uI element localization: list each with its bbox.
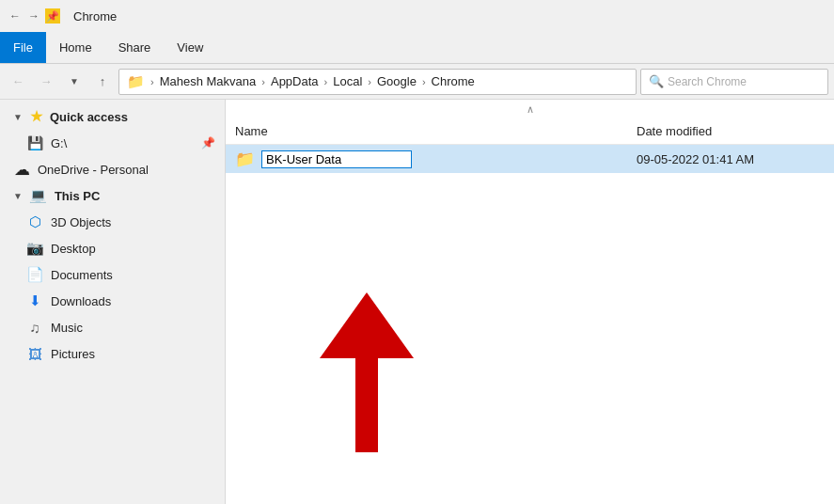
content-area: ∧ Name Date modified 📁 09-05-2022 01:41 … [226,100,834,504]
back-icon: ← [8,8,23,24]
menu-bar: File Home Share View [0,32,834,64]
search-placeholder: Search Chrome [668,75,747,88]
main-layout: ▼ ★ Quick access 💾 G:\ 📌 ☁ OneDrive - Pe… [0,100,834,504]
forward-button[interactable]: → [34,70,58,94]
3d-objects-label: 3D Objects [51,215,111,229]
breadcrumb-google[interactable]: Google [377,74,417,88]
search-icon: 🔍 [649,74,664,88]
back-button[interactable]: ← [6,70,30,94]
computer-icon: 💻 [30,187,47,204]
sidebar-item-downloads[interactable]: ⬇ Downloads [0,288,225,314]
sidebar-item-3d-objects[interactable]: ⬡ 3D Objects [0,209,225,235]
forward-icon: → [26,8,41,24]
chevron-this-pc-icon: ▼ [13,191,23,201]
sidebar: ▼ ★ Quick access 💾 G:\ 📌 ☁ OneDrive - Pe… [0,100,226,504]
menu-file[interactable]: File [0,32,46,63]
onedrive-label: OneDrive - Personal [38,163,149,177]
sidebar-item-music[interactable]: ♫ Music [0,314,225,340]
3dobjects-icon: ⬡ [26,213,43,230]
folder-icon: 📁 [235,150,254,168]
nav-bar: ← → ▼ ↑ 📁 › Mahesh Makvana › AppData › L… [0,64,834,100]
breadcrumb-mahesh[interactable]: Mahesh Makvana [160,74,257,88]
pin-icon: 📌 [45,8,60,24]
dropdown-button[interactable]: ▼ [62,70,87,94]
sidebar-item-pictures[interactable]: 🖼 Pictures [0,340,225,367]
drive-icon: 💾 [26,134,43,151]
star-icon: ★ [30,108,42,125]
title-bar-icons: ← → 📌 [8,8,60,24]
this-pc-label: This PC [55,189,100,203]
onedrive-icon: ☁ [13,161,30,178]
window-title: Chrome [73,9,117,24]
breadcrumb-local[interactable]: Local [333,74,362,88]
sidebar-item-onedrive[interactable]: ☁ OneDrive - Personal [0,156,225,182]
documents-label: Documents [51,268,113,282]
desktop-label: Desktop [51,242,96,256]
column-date-header[interactable]: Date modified [637,122,825,140]
chevron-icon: ▼ [13,112,23,122]
scroll-up-indicator[interactable]: ∧ [226,100,834,118]
up-button[interactable]: ↑ [90,70,115,94]
quick-access-label: Quick access [50,110,128,124]
breadcrumb-chrome[interactable]: Chrome [432,74,475,88]
file-date: 09-05-2022 01:41 AM [637,152,825,166]
search-bar[interactable]: 🔍 Search Chrome [640,69,828,95]
table-row[interactable]: 📁 09-05-2022 01:41 AM [226,145,834,173]
pictures-icon: 🖼 [26,345,43,362]
sidebar-item-this-pc[interactable]: ▼ 💻 This PC [0,182,225,209]
documents-icon: 📄 [26,266,43,283]
downloads-icon: ⬇ [26,292,43,309]
pin-icon: 📌 [201,136,215,150]
desktop-icon: 📷 [26,240,43,257]
sidebar-item-g-drive[interactable]: 💾 G:\ 📌 [0,130,225,156]
menu-home[interactable]: Home [46,32,105,63]
menu-share[interactable]: Share [105,32,165,63]
rename-input[interactable] [261,150,412,168]
music-icon: ♫ [26,319,43,336]
menu-view[interactable]: View [164,32,216,63]
sidebar-item-desktop[interactable]: 📷 Desktop [0,235,225,261]
downloads-label: Downloads [51,294,111,308]
file-name-rename[interactable] [261,150,629,168]
address-bar[interactable]: 📁 › Mahesh Makvana › AppData › Local › G… [118,69,637,95]
sidebar-item-documents[interactable]: 📄 Documents [0,261,225,288]
g-drive-label: G:\ [51,136,67,150]
column-name-header[interactable]: Name [235,122,637,140]
content-header: Name Date modified [226,118,834,145]
breadcrumb-appdata[interactable]: AppData [271,74,319,88]
breadcrumb-folder-icon: 📁 [127,73,145,90]
music-label: Music [51,321,83,335]
pictures-label: Pictures [51,347,95,361]
sidebar-item-quick-access[interactable]: ▼ ★ Quick access [0,103,225,130]
title-bar: ← → 📌 Chrome [0,0,834,32]
